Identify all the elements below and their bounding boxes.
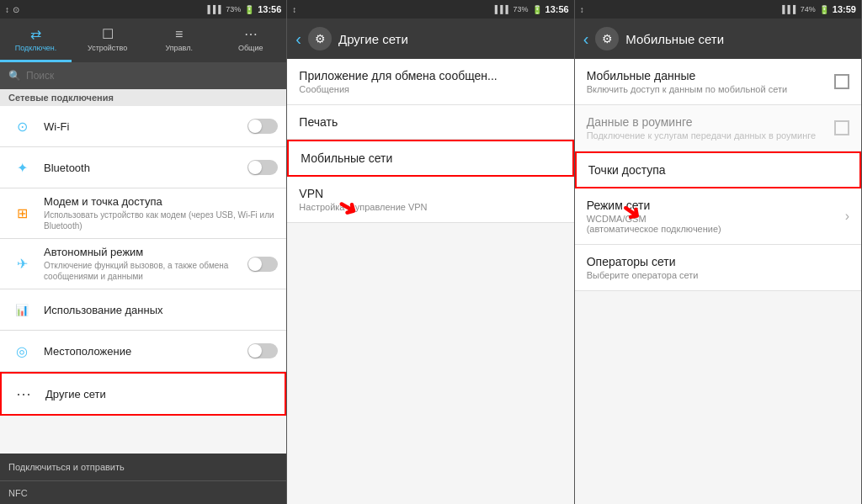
status-bar-1: ↕ ⊙ ▌▌▌ 73% 🔋 13:56 xyxy=(0,0,286,19)
tab-manage-icon: ≡ xyxy=(175,27,183,42)
mobile-data-checkbox[interactable] xyxy=(834,74,849,89)
panel-2: ↕ ▌▌▌ 73% 🔋 13:56 ‹ ⚙ Другие сети Прилож… xyxy=(287,0,574,504)
tab-manage[interactable]: ≡ Управл. xyxy=(143,19,215,62)
mobile-data-title: Мобильные данные xyxy=(587,69,787,82)
status-signal-3: ▌▌▌ 74% xyxy=(782,5,816,13)
status-signal-1: ▌▌▌ 73% xyxy=(208,5,242,13)
menu-item-mobile-networks[interactable]: Мобильные сети xyxy=(287,140,573,177)
status-time-1: 13:56 xyxy=(258,4,281,14)
section-header-network: Сетевые подключения xyxy=(0,89,286,106)
panel-3: ↕ ▌▌▌ 74% 🔋 13:59 ‹ ⚙ Мобильные сети Моб… xyxy=(575,0,862,504)
tab-connections-icon: ⇄ xyxy=(30,26,41,42)
bluetooth-icon xyxy=(8,154,35,181)
page-title-2: Другие сети xyxy=(338,32,408,46)
tab-device-icon: ☐ xyxy=(102,26,114,42)
status-bar-3: ↕ ▌▌▌ 74% 🔋 13:59 xyxy=(575,0,861,19)
status-icon-3: ↕ xyxy=(580,5,584,14)
bluetooth-toggle[interactable] xyxy=(247,160,278,175)
settings-item-airplane[interactable]: Автономный режим Отключение функций вызо… xyxy=(0,239,286,289)
bottom-bar-1: Подключиться и отправить xyxy=(0,454,286,480)
page-header-3: ‹ ⚙ Мобильные сети xyxy=(575,19,861,59)
print-title: Печать xyxy=(299,115,561,129)
status-icon-sync: ↕ xyxy=(5,5,9,14)
settings-item-bluetooth[interactable]: Bluetooth xyxy=(0,147,286,188)
mobile-data-subtitle: Включить доступ к данным по мобильной се… xyxy=(587,84,787,94)
battery-icon-2: 🔋 xyxy=(532,5,542,14)
menu-item-vpn[interactable]: VPN Настройка и управление VPN xyxy=(287,177,573,223)
tab-device-label: Устройство xyxy=(88,44,127,52)
menu-item-messages[interactable]: Приложение для обмена сообщен... Сообщен… xyxy=(287,59,573,105)
menu-list-2: Приложение для обмена сообщен... Сообщен… xyxy=(287,59,573,504)
status-time-3: 13:59 xyxy=(833,4,856,14)
bottom-bar-nfc: NFC xyxy=(0,480,286,504)
tab-device[interactable]: ☐ Устройство xyxy=(72,19,143,62)
settings-item-data[interactable]: Использование данных xyxy=(0,289,286,331)
battery-icon-3: 🔋 xyxy=(819,5,829,14)
roaming-checkbox[interactable] xyxy=(834,120,849,135)
location-title: Местоположение xyxy=(44,345,247,358)
search-input[interactable] xyxy=(26,70,278,82)
status-time-2: 13:56 xyxy=(545,4,569,14)
panel-1: ↕ ⊙ ▌▌▌ 73% 🔋 13:56 ⇄ Подключен. ☐ Устро… xyxy=(0,0,287,504)
bottom-bar-text-1: Подключиться и отправить xyxy=(8,462,125,472)
data-icon xyxy=(8,296,35,323)
roaming-title: Данные в роуминге xyxy=(587,115,816,129)
gear-icon-3: ⚙ xyxy=(602,32,613,45)
roaming-subtitle: Подключение к услугам передачи данных в … xyxy=(587,130,816,141)
modem-icon xyxy=(8,200,35,227)
other-networks-icon xyxy=(10,380,37,407)
tab-general[interactable]: ⋯ Общие xyxy=(215,19,286,62)
settings-item-wifi[interactable]: Wi-Fi xyxy=(0,106,286,147)
airplane-title: Автономный режим xyxy=(44,246,247,258)
search-bar: 🔍 xyxy=(0,62,286,89)
operators-subtitle: Выберите оператора сети xyxy=(587,270,849,280)
status-icon-2: ↕ xyxy=(292,5,296,14)
tab-connections[interactable]: ⇄ Подключен. xyxy=(0,19,72,62)
nfc-label: NFC xyxy=(8,488,28,498)
location-toggle[interactable] xyxy=(247,343,278,358)
modem-title: Модем и точка доступа xyxy=(44,195,278,208)
settings-item-other-networks[interactable]: Другие сети xyxy=(0,372,286,416)
vpn-subtitle: Настройка и управление VPN xyxy=(299,202,561,212)
access-points-title: Точки доступа xyxy=(588,163,848,177)
airplane-subtitle: Отключение функций вызовов, а также обме… xyxy=(44,260,247,282)
back-button-3[interactable]: ‹ xyxy=(583,29,589,49)
modem-subtitle: Использовать устройство как модем (через… xyxy=(44,210,278,231)
menu-item-print[interactable]: Печать xyxy=(287,105,573,140)
network-mode-subtitle: WCDMA/GSM(автоматическое подключение) xyxy=(587,214,721,234)
back-button-2[interactable]: ‹ xyxy=(295,29,301,49)
vpn-title: VPN xyxy=(299,187,561,200)
network-mode-title: Режим сети xyxy=(587,199,721,212)
settings-item-location[interactable]: Местоположение xyxy=(0,331,286,372)
menu-item-mobile-data[interactable]: Мобильные данные Включить доступ к данны… xyxy=(575,59,861,105)
wifi-title: Wi-Fi xyxy=(44,120,247,133)
page-title-3: Мобильные сети xyxy=(625,32,724,46)
network-mode-arrow: › xyxy=(845,209,849,224)
tab-general-label: Общие xyxy=(238,44,263,52)
wifi-toggle[interactable] xyxy=(247,119,278,134)
nav-tabs: ⇄ Подключен. ☐ Устройство ≡ Управл. ⋯ Об… xyxy=(0,19,286,62)
menu-list-3: Мобильные данные Включить доступ к данны… xyxy=(575,59,861,504)
menu-item-operators[interactable]: Операторы сети Выберите оператора сети xyxy=(575,245,861,291)
status-icon-wifi: ⊙ xyxy=(13,5,19,14)
page-header-gear-icon-3: ⚙ xyxy=(595,27,619,50)
tab-general-icon: ⋯ xyxy=(244,26,258,42)
menu-item-network-mode[interactable]: Режим сети WCDMA/GSM(автоматическое подк… xyxy=(575,188,861,245)
battery-icon-1: 🔋 xyxy=(244,5,254,14)
settings-item-modem[interactable]: Модем и точка доступа Использовать устро… xyxy=(0,188,286,239)
airplane-toggle[interactable] xyxy=(247,257,278,272)
settings-list: Wi-Fi Bluetooth Модем и точка доступа Ис… xyxy=(0,106,286,454)
tab-manage-label: Управл. xyxy=(165,44,193,52)
page-header-gear-icon: ⚙ xyxy=(308,27,332,50)
wifi-icon xyxy=(8,113,35,140)
gear-icon: ⚙ xyxy=(315,32,326,45)
location-icon xyxy=(8,337,35,364)
search-icon: 🔍 xyxy=(8,70,21,82)
other-networks-title: Другие сети xyxy=(45,388,276,401)
messages-title: Приложение для обмена сообщен... xyxy=(299,69,561,82)
bluetooth-title: Bluetooth xyxy=(44,162,247,174)
menu-item-access-points[interactable]: Точки доступа xyxy=(575,151,861,188)
menu-item-roaming[interactable]: Данные в роуминге Подключение к услугам … xyxy=(575,105,861,151)
operators-title: Операторы сети xyxy=(587,255,849,268)
data-title: Использование данных xyxy=(44,304,278,316)
